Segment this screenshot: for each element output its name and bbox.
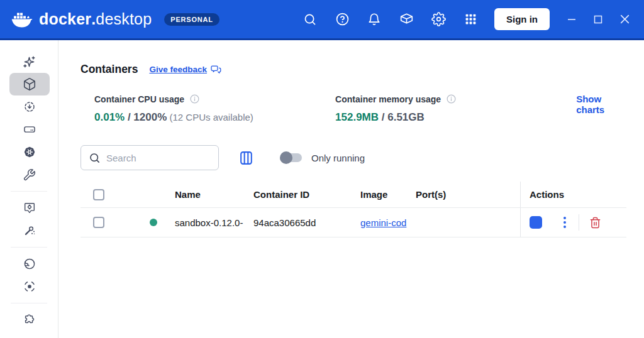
- sidebar-item-debug[interactable]: [0, 219, 58, 242]
- sign-in-button[interactable]: Sign in: [494, 8, 550, 30]
- only-running-toggle[interactable]: [282, 153, 302, 162]
- more-actions-icon[interactable]: [564, 217, 566, 228]
- name-column-header[interactable]: Name: [175, 189, 253, 200]
- sidebar-item-models[interactable]: [0, 275, 58, 298]
- minimize-icon[interactable]: [558, 7, 585, 32]
- sidebar-item-ask-gordon[interactable]: [0, 50, 58, 73]
- sidebar-item-networks[interactable]: [0, 253, 58, 275]
- sidebar-item-containers[interactable]: [0, 73, 58, 95]
- docker-whale-icon: [10, 11, 33, 28]
- octagon-gear-icon: [9, 141, 50, 163]
- memory-usage-label: Container memory usage: [335, 94, 441, 104]
- search-icon: [89, 152, 101, 164]
- column-settings-icon[interactable]: [238, 150, 254, 166]
- stop-button[interactable]: [530, 216, 542, 229]
- sidebar-divider: [11, 303, 47, 303]
- rocket-sparks-icon: [9, 219, 50, 242]
- container-id-column-header[interactable]: Container ID: [253, 189, 360, 200]
- memory-usage-total: / 6.51GB: [379, 111, 425, 123]
- globe-icon: [9, 253, 50, 275]
- feedback-chat-icon: [211, 64, 221, 75]
- memory-usage-stat: Container memory usage 152.9MB / 6.51GB: [335, 94, 576, 124]
- top-bar: docker.desktop PERSONAL: [0, 0, 644, 40]
- sidebar-divider: [11, 191, 47, 192]
- focus-dot-icon: [9, 275, 50, 298]
- cpu-usage-stat: Container CPU usage 0.01% / 1200% (12 CP…: [94, 94, 335, 124]
- notifications-bell-icon[interactable]: [367, 12, 382, 27]
- resource-usage-summary: Container CPU usage 0.01% / 1200% (12 CP…: [94, 94, 626, 124]
- sidebar: [0, 40, 58, 338]
- image-link[interactable]: gemini-cod: [360, 217, 406, 228]
- cpu-usage-value: 0.01%: [94, 111, 125, 123]
- delete-trash-icon[interactable]: [589, 217, 601, 229]
- puzzle-piece-icon: [9, 308, 50, 331]
- give-feedback-link[interactable]: Give feedback: [149, 64, 221, 75]
- topbar-right: Sign in: [303, 7, 638, 32]
- badge-diamond-icon: [9, 197, 50, 219]
- docker-desktop-window: docker.desktop PERSONAL: [0, 0, 644, 338]
- cpu-usage-label: Container CPU usage: [94, 94, 184, 104]
- memory-usage-value: 152.9MB: [335, 111, 379, 123]
- actions-divider: [579, 214, 579, 231]
- app-title-dot: .: [91, 10, 96, 28]
- container-cube-icon: [9, 73, 50, 95]
- topbar-icons: [303, 12, 478, 27]
- window-controls: [558, 7, 638, 32]
- ports-column-header[interactable]: Port(s): [416, 189, 520, 200]
- dashed-circle-pull-icon: [9, 95, 50, 118]
- search-box[interactable]: [80, 145, 219, 170]
- sidebar-item-extensions[interactable]: [0, 308, 58, 331]
- table-header-row: Name Container ID Image Port(s) Actions: [80, 182, 626, 208]
- app-title-desktop: desktop: [96, 10, 152, 28]
- table-row[interactable]: sandbox-0.12.0- 94aca30665dd gemini-cod: [80, 208, 626, 237]
- learning-center-icon[interactable]: [399, 12, 414, 27]
- give-feedback-label: Give feedback: [149, 65, 207, 74]
- info-icon[interactable]: [446, 94, 457, 104]
- container-id-cell: 94aca30665dd: [253, 217, 360, 228]
- only-running-label: Only running: [311, 153, 365, 163]
- close-icon[interactable]: [611, 7, 638, 32]
- containers-table: Name Container ID Image Port(s) Actions …: [80, 182, 626, 237]
- toggle-knob: [280, 151, 292, 164]
- running-status-dot: [150, 219, 157, 226]
- app-title-docker: docker: [39, 10, 91, 28]
- sidebar-item-scout[interactable]: [0, 197, 58, 219]
- wrench-icon: [9, 163, 50, 186]
- apps-grid-icon[interactable]: [463, 12, 478, 27]
- hard-drive-icon: [9, 118, 50, 141]
- containers-toolbar: Only running: [80, 145, 626, 170]
- row-actions: [520, 208, 626, 237]
- search-input[interactable]: [106, 153, 201, 163]
- sparkles-icon: [9, 50, 50, 73]
- container-name-cell: sandbox-0.12.0-: [175, 217, 253, 228]
- personal-plan-badge: PERSONAL: [164, 13, 219, 26]
- select-all-checkbox[interactable]: [93, 189, 104, 200]
- maximize-icon[interactable]: [585, 7, 611, 32]
- search-icon[interactable]: [303, 12, 318, 27]
- sidebar-item-volumes[interactable]: [0, 118, 58, 141]
- cpu-available-note: (12 CPUs available): [167, 112, 253, 123]
- row-checkbox[interactable]: [93, 217, 104, 228]
- sidebar-item-builds[interactable]: [0, 141, 58, 163]
- brand: docker.desktop PERSONAL: [10, 10, 219, 28]
- actions-column-header: Actions: [520, 182, 626, 207]
- show-charts-link[interactable]: Show charts: [576, 94, 626, 115]
- image-column-header[interactable]: Image: [360, 189, 416, 200]
- app-title: docker.desktop: [39, 10, 152, 28]
- help-icon[interactable]: [335, 12, 350, 27]
- info-icon[interactable]: [189, 94, 200, 104]
- settings-gear-icon[interactable]: [431, 12, 446, 27]
- sidebar-divider: [11, 247, 47, 248]
- page-title: Containers: [80, 63, 138, 76]
- cpu-usage-total: / 1200%: [125, 111, 167, 123]
- containers-page: Containers Give feedback Container CPU u…: [58, 40, 644, 338]
- sidebar-item-images[interactable]: [0, 95, 58, 118]
- sidebar-item-dev-tools[interactable]: [0, 163, 58, 186]
